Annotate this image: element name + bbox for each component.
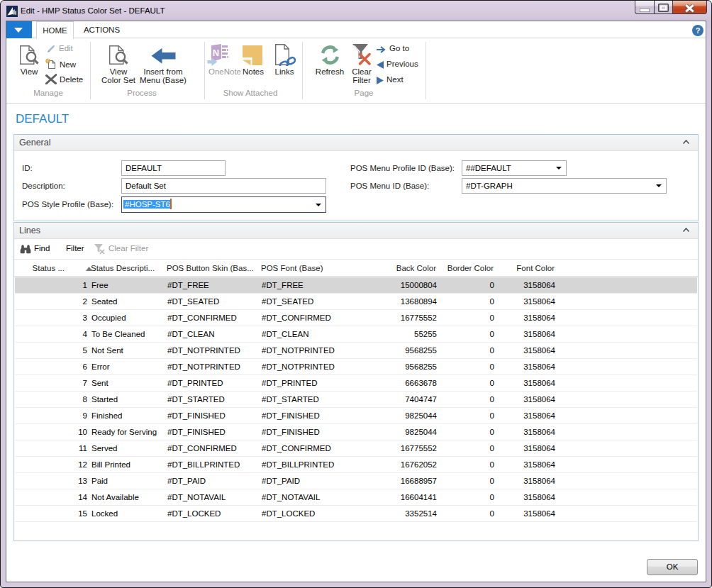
svg-text:N: N xyxy=(213,48,219,58)
svg-text:?: ? xyxy=(696,26,701,35)
